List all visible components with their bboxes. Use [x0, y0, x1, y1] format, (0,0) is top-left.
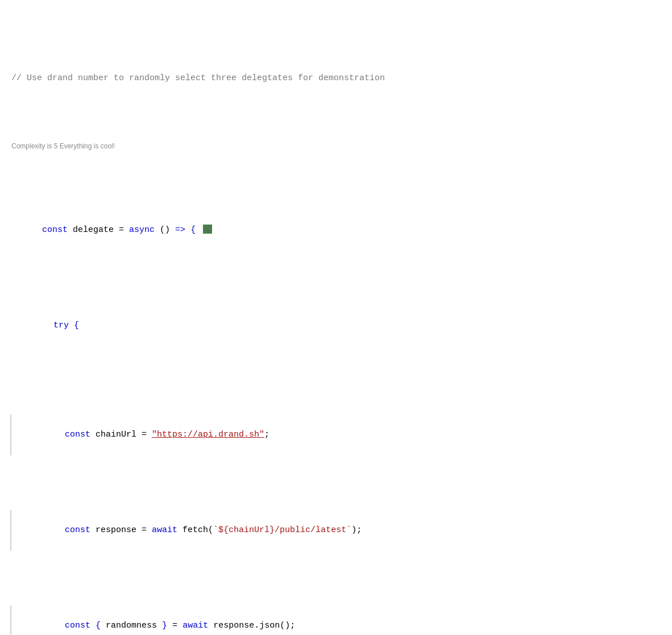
- complexity-badge: [203, 225, 212, 234]
- line-content: const delegate = async () => {: [11, 210, 661, 251]
- code-line-6: const response = await fetch(`${chainUrl…: [10, 510, 672, 551]
- code-line-4: try {: [0, 305, 672, 346]
- code-line-7: const { randomness } = await response.js…: [10, 605, 672, 635]
- code-line-2: Complexity is 5 Everything is cool!: [0, 141, 672, 156]
- line-content: const chainUrl = "https://api.drand.sh";: [23, 414, 661, 455]
- comment-text: // Use drand number to randomly select t…: [11, 72, 661, 85]
- complexity-text: Complexity is 5 Everything is cool!: [11, 141, 115, 152]
- code-line-1: // Use drand number to randomly select t…: [0, 72, 672, 86]
- line-content: const { randomness } = await response.js…: [23, 605, 661, 635]
- code-line-5: const chainUrl = "https://api.drand.sh";: [10, 414, 672, 455]
- line-content: const response = await fetch(`${chainUrl…: [23, 510, 661, 551]
- line-content: try {: [11, 305, 661, 346]
- code-line-3: const delegate = async () => {: [0, 210, 672, 251]
- code-editor: // Use drand number to randomly select t…: [0, 11, 672, 635]
